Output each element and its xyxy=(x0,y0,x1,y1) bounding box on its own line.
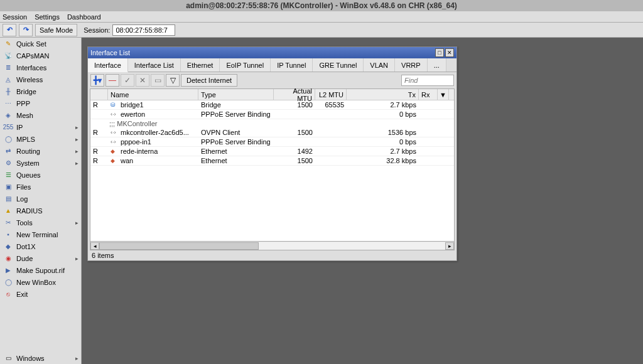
sidebar-icon: ⎋ xyxy=(4,290,13,299)
scrollbar-track[interactable] xyxy=(99,242,445,250)
sidebar-item-wireless[interactable]: ◬Wireless xyxy=(0,73,81,85)
table-row[interactable]: R⛁bridge1Bridge1500655352.7 kbps xyxy=(90,100,454,110)
table-row[interactable]: R‹·›mkcontroller-2ac6d5...OVPN Client150… xyxy=(90,128,454,137)
interface-type-icon: ⛁ xyxy=(111,102,118,108)
scroll-left-button[interactable]: ◂ xyxy=(90,242,99,250)
detect-internet-button[interactable]: Detect Internet xyxy=(181,74,237,87)
cell-l2mtu xyxy=(315,156,347,165)
sidebar-item-make-supout-rif[interactable]: ▶Make Supout.rif xyxy=(0,264,81,276)
sidebar-icon: ◬ xyxy=(4,75,13,84)
col-mtu[interactable]: Actual MTU xyxy=(274,89,315,100)
tab-vlan[interactable]: VLAN xyxy=(364,58,395,72)
cell-l2mtu xyxy=(315,137,347,146)
tab-gre-tunnel[interactable]: GRE Tunnel xyxy=(313,58,364,72)
table-row[interactable]: R◆wanEthernet150032.8 kbps xyxy=(90,156,454,166)
tab-eoip-tunnel[interactable]: EoIP Tunnel xyxy=(220,58,271,72)
scrollbar-thumb[interactable] xyxy=(99,242,259,250)
sidebar-item-dude[interactable]: ◉Dude▸ xyxy=(0,252,81,264)
sidebar-item-interfaces[interactable]: ≣Interfaces xyxy=(0,62,81,73)
sidebar-icon: ≣ xyxy=(4,63,13,72)
sidebar-item-dot1x[interactable]: ◆Dot1X xyxy=(0,240,81,252)
windows-icon: ▭ xyxy=(4,354,13,363)
sidebar-item-mesh[interactable]: ◈Mesh xyxy=(0,109,81,121)
comment-button[interactable]: ▭ xyxy=(151,74,165,87)
comment-row: ;;; MKController xyxy=(90,119,454,128)
sidebar-item-label: Files xyxy=(16,183,31,191)
sidebar-item-capsman[interactable]: 📡CAPsMAN xyxy=(0,50,81,62)
main-toolbar: ↶ ↷ Safe Mode Session: 08:00:27:55:88:7 xyxy=(0,23,643,38)
inner-window-titlebar[interactable]: Interface List □ ✕ xyxy=(88,47,457,58)
menu-dashboard[interactable]: Dashboard xyxy=(67,13,101,21)
sidebar-item-system[interactable]: ⚙System▸ xyxy=(0,157,81,169)
redo-button[interactable]: ↷ xyxy=(19,24,33,36)
menu-session[interactable]: Session xyxy=(3,13,27,21)
column-dropdown-button[interactable]: ▼ xyxy=(438,89,449,100)
tab-interface[interactable]: Interface xyxy=(88,58,128,72)
tab-interface-list[interactable]: Interface List xyxy=(128,58,181,72)
safe-mode-button[interactable]: Safe Mode xyxy=(35,24,77,36)
sidebar-item-windows[interactable]: ▭ Windows ▸ xyxy=(0,352,81,364)
sidebar-item-new-terminal[interactable]: ▪New Terminal xyxy=(0,228,81,240)
sidebar-item-ip[interactable]: 255IP▸ xyxy=(0,121,81,133)
sidebar-item-queues[interactable]: ☰Queues xyxy=(0,169,81,181)
sidebar-icon: ◆ xyxy=(4,242,13,251)
cell-tx: 0 bps xyxy=(347,137,419,146)
sidebar-item-files[interactable]: ▣Files xyxy=(0,181,81,193)
cell-type: Ethernet xyxy=(198,156,274,165)
sidebar-item-log[interactable]: ▤Log xyxy=(0,193,81,205)
scroll-right-button[interactable]: ▸ xyxy=(445,242,454,250)
table-row[interactable]: R◆rede-internaEthernet14922.7 kbps xyxy=(90,147,454,156)
maximize-button[interactable]: □ xyxy=(435,48,444,57)
sidebar-item-routing[interactable]: ⇄Routing▸ xyxy=(0,145,81,157)
tab-vrrp[interactable]: VRRP xyxy=(395,58,428,72)
sidebar-item-label: Wireless xyxy=(16,76,43,83)
col-tx[interactable]: Tx xyxy=(347,89,419,100)
table-header[interactable]: Name Type Actual MTU L2 MTU Tx Rx ▼ xyxy=(90,89,454,100)
enable-button[interactable]: ✓ xyxy=(121,74,134,87)
table-row[interactable]: ‹·›ewertonPPPoE Server Binding0 bps xyxy=(90,110,454,119)
chevron-right-icon: ▸ xyxy=(75,220,78,226)
add-button[interactable]: ╋▾ xyxy=(90,74,104,87)
sidebar-icon: ▪ xyxy=(4,230,13,239)
sidebar-item-label: Mesh xyxy=(16,112,33,119)
tab--[interactable]: ... xyxy=(428,58,446,72)
sidebar-item-mpls[interactable]: ◯MPLS▸ xyxy=(0,133,81,145)
cell-type: Ethernet xyxy=(198,147,274,156)
disable-button[interactable]: ✕ xyxy=(136,74,149,87)
workspace: Interface List □ ✕ InterfaceInterface Li… xyxy=(82,38,643,364)
filter-button[interactable]: ▽ xyxy=(166,74,180,87)
tab-ethernet[interactable]: Ethernet xyxy=(181,58,220,72)
find-input[interactable] xyxy=(401,75,454,86)
sidebar-item-new-winbox[interactable]: ◯New WinBox xyxy=(0,276,81,288)
cell-name: bridge1 xyxy=(121,101,144,109)
menu-settings[interactable]: Settings xyxy=(35,13,60,21)
sidebar-icon: ◉ xyxy=(4,254,13,263)
sidebar-icon: ▲ xyxy=(4,206,13,215)
sidebar-icon: ✎ xyxy=(4,40,13,48)
sidebar-item-tools[interactable]: ✂Tools▸ xyxy=(0,217,81,228)
sidebar-icon: ⇄ xyxy=(4,147,13,156)
col-type[interactable]: Type xyxy=(198,89,274,100)
col-rx[interactable]: Rx xyxy=(419,89,438,100)
cell-mtu: 1492 xyxy=(274,147,315,156)
interface-list-window: Interface List □ ✕ InterfaceInterface Li… xyxy=(87,46,457,261)
tab-ip-tunnel[interactable]: IP Tunnel xyxy=(271,58,313,72)
remove-button[interactable]: — xyxy=(105,74,119,87)
cell-mtu xyxy=(274,137,315,146)
close-button[interactable]: ✕ xyxy=(445,48,454,57)
inner-window-title: Interface List xyxy=(90,49,434,56)
sidebar-item-ppp[interactable]: ⋯PPP xyxy=(0,97,81,109)
table-row[interactable]: ‹·›pppoe-in1PPPoE Server Binding0 bps xyxy=(90,137,454,147)
sidebar-item-bridge[interactable]: ╫Bridge xyxy=(0,85,81,97)
sidebar-icon: ◯ xyxy=(4,278,13,287)
sidebar-item-radius[interactable]: ▲RADIUS xyxy=(0,205,81,217)
horizontal-scrollbar[interactable]: ◂ ▸ xyxy=(90,242,455,250)
undo-button[interactable]: ↶ xyxy=(3,24,16,36)
sidebar-item-exit[interactable]: ⎋Exit xyxy=(0,288,81,300)
col-l2[interactable]: L2 MTU xyxy=(315,89,347,100)
sidebar-item-label: Queues xyxy=(16,171,41,179)
sidebar-item-label: Exit xyxy=(16,291,28,298)
session-value[interactable]: 08:00:27:55:88:7 xyxy=(112,24,175,36)
col-name[interactable]: Name xyxy=(108,89,198,100)
sidebar-item-quick-set[interactable]: ✎Quick Set xyxy=(0,38,81,50)
